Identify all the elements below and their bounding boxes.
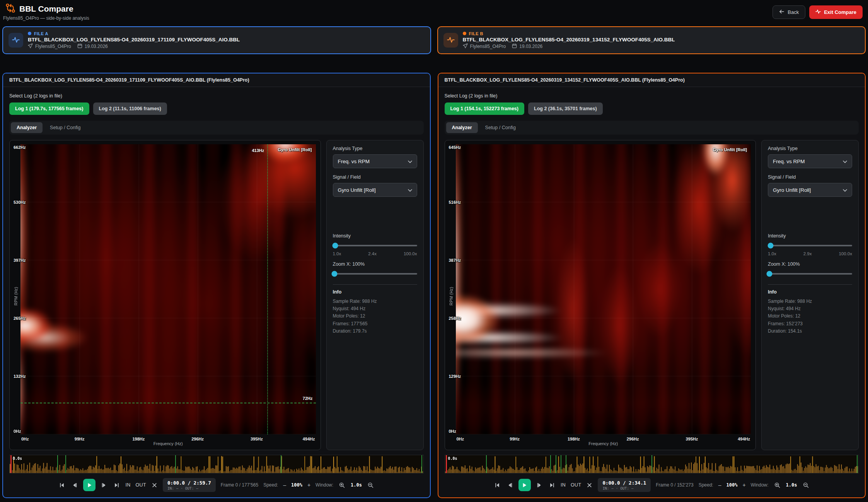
slider-thumb[interactable] [333,242,338,248]
file-b-name: BTFL_BLACKBOX_LOG_FLYLENS85-O4_20260319_… [463,37,675,43]
file-card-a[interactable]: FILE A BTFL_BLACKBOX_LOG_FLYLENS85-O4_20… [2,26,431,54]
x-axis-label: Frequency (Hz) [588,441,618,446]
crosshair-horizontal [20,403,316,403]
intensity-slider[interactable] [768,242,852,248]
spectrogram-box: RPM (Hz) 662Hz 530Hz 397Hz 265Hz 132Hz 0… [9,140,321,450]
timeline-marker [561,455,561,473]
timeline-marker [566,455,566,473]
slider-thumb[interactable] [331,271,337,277]
step-forward-button[interactable] [536,482,543,489]
tab-setup-config[interactable]: Setup / Config [479,122,522,133]
zoom-x-slider[interactable] [768,271,852,277]
exit-compare-button[interactable]: Exit Compare [809,5,863,19]
zoom-in-icon[interactable] [774,482,781,489]
slider-thumb[interactable] [767,271,773,277]
y-tick: 516Hz [449,200,461,205]
zoom-in-icon[interactable] [338,482,346,489]
timeline-marker [651,455,652,473]
speed-label: Speed: [263,482,278,488]
speed-increase-button[interactable]: + [742,482,745,488]
intensity-slider[interactable] [333,242,417,248]
file-card-b[interactable]: FILE B BTFL_BLACKBOX_LOG_FLYLENS85-O4_20… [437,26,866,54]
playhead[interactable] [446,455,447,473]
tab-setup-config[interactable]: Setup / Config [44,122,86,133]
x-axis-label: Frequency (Hz) [153,441,183,446]
signal-field-select[interactable]: Gyro Unfilt [Roll] [768,183,852,197]
speed-decrease-button[interactable]: – [283,482,286,488]
info-motor-poles: Motor Poles: 12 [768,312,852,320]
info-frames: Frames: 177’565 [333,320,417,328]
select-log-label: Select Log (2 logs in file) [9,93,424,99]
intensity-label: Intensity [333,233,417,239]
analysis-type-select[interactable]: Freq. vs RPM [333,154,417,168]
grid-lines [20,144,316,434]
playhead[interactable] [10,455,12,473]
log1-button[interactable]: Log 1 (179.7s, 177565 frames) [9,102,89,115]
spectrogram-plot[interactable]: 662Hz 530Hz 397Hz 265Hz 132Hz 0Hz 413Hz … [20,144,316,434]
timeline[interactable]: 0.0s [9,455,424,473]
slider-thumb[interactable] [767,242,773,248]
tab-analyzer[interactable]: Analyzer [11,122,43,133]
skip-start-button[interactable] [58,482,66,489]
chevron-down-icon [408,187,412,193]
step-back-button[interactable] [71,482,78,489]
log1-button[interactable]: Log 1 (154.1s, 152273 frames) [445,102,525,115]
log2-button[interactable]: Log 2 (11.1s, 11006 frames) [93,102,167,115]
zoom-out-icon[interactable] [367,482,374,489]
intensity-label: Intensity [768,233,852,239]
signal-field-label: Signal / Field [768,174,852,180]
play-button[interactable] [518,479,531,491]
timeline[interactable]: 0.0s [445,455,859,473]
info-sample-rate: Sample Rate: 988 Hz [333,298,417,305]
signal-field-select[interactable]: Gyro Unfilt [Roll] [333,183,417,197]
in-button[interactable]: IN [561,482,566,488]
info-motor-poles: Motor Poles: 12 [333,312,417,320]
chevron-down-icon [843,159,847,164]
spectrogram-plot[interactable]: 645Hz 516Hz 387Hz 258Hz 129Hz 0Hz Gyro U… [456,144,751,434]
speed-value: 100% [726,482,738,488]
log2-button[interactable]: Log 2 (36.1s, 35701 frames) [528,102,603,115]
craft-name: Flylens85_O4Pro [470,44,506,49]
zoom-x-slider[interactable] [333,271,417,277]
in-button[interactable]: IN [125,482,130,488]
x-tick: 296Hz [627,437,639,441]
y-tick: 0Hz [449,429,457,434]
info-frames: Frames: 152’273 [768,320,852,328]
send-icon [28,43,33,50]
skip-end-button[interactable] [548,482,556,489]
x-tick: 494Hz [738,437,750,441]
frame-counter: Frame 0 / 177’565 [221,482,258,488]
analysis-type-select[interactable]: Freq. vs RPM [768,154,852,168]
info-title: Info [333,289,417,295]
x-tick: 494Hz [303,437,315,441]
skip-end-button[interactable] [113,482,120,489]
y-tick: 0Hz [14,429,21,434]
file-date: 19.03.2026 [85,44,108,49]
clear-inout-button[interactable] [586,482,593,488]
zoom-out-icon[interactable] [802,482,810,489]
out-button[interactable]: OUT [136,482,146,488]
play-button[interactable] [83,479,95,491]
tab-analyzer[interactable]: Analyzer [446,122,478,133]
analysis-type-label: Analysis Type [333,146,417,151]
time-display: 0:00.0 / 2:34.1 IN: – · OUT: – [598,478,651,492]
step-back-button[interactable] [506,482,513,489]
timeline-start-label: 0.0s [13,456,22,461]
analyzer-controls: Analysis Type Freq. vs RPM Signal / Fiel… [761,140,859,450]
arrow-left-icon [779,9,784,15]
window-value: 1.0s [786,482,797,488]
crosshair-vertical [267,144,268,434]
speed-decrease-button[interactable]: – [718,482,721,488]
speed-increase-button[interactable]: + [307,482,310,488]
chevron-down-icon [843,187,847,193]
out-button[interactable]: OUT [571,482,581,488]
select-log-label: Select Log (2 logs in file) [445,93,859,99]
back-button[interactable]: Back [773,5,805,19]
skip-start-button[interactable] [494,482,501,489]
craft-name: Flylens85_O4Pro [35,44,71,49]
step-forward-button[interactable] [101,482,108,489]
analysis-type-label: Analysis Type [768,146,852,151]
timeline-marker [57,455,58,473]
info-title: Info [768,289,852,295]
clear-inout-button[interactable] [151,482,158,488]
